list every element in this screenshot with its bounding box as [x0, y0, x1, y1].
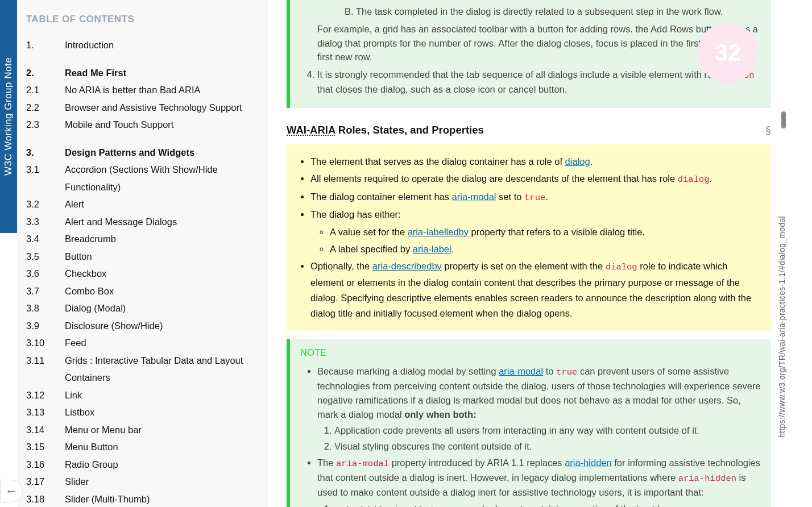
- code-true: true: [524, 193, 545, 203]
- link-aria-labelledby[interactable]: aria-labelledby: [408, 227, 469, 237]
- toc-label: Slider: [65, 473, 258, 491]
- note-label: NOTE: [300, 346, 761, 360]
- annotation-badge: 32: [698, 23, 758, 83]
- toc-label: No ARIA is better than Bad ARIA: [65, 81, 258, 99]
- toc-item[interactable]: 1.Introduction: [26, 36, 258, 54]
- toc-num: 3.11: [26, 352, 65, 369]
- toc-label: Slider (Multi-Thumb): [65, 491, 258, 507]
- toc-item[interactable]: 3.7Combo Box: [26, 282, 258, 300]
- toc-item[interactable]: 3.16Radio Group: [26, 456, 258, 473]
- toc-num: 3.: [26, 144, 65, 161]
- toc-item[interactable]: 2.1No ARIA is better than Bad ARIA: [26, 81, 258, 99]
- toc-num: 3.2: [26, 196, 65, 213]
- toc-label: Link: [65, 387, 258, 404]
- toc-title: TABLE OF CONTENTS: [26, 14, 258, 25]
- note1-b: B. The task completed in the dialog is d…: [345, 6, 723, 16]
- heading-rest: Roles, States, and Properties: [335, 124, 484, 136]
- toc-item[interactable]: 3.15Menu Button: [26, 438, 258, 456]
- toc-item[interactable]: 3.11Grids : Interactive Tabular Data and…: [26, 352, 258, 387]
- toc-item[interactable]: 3.3Alert and Message Dialogs: [26, 213, 258, 231]
- toc-num: 3.9: [26, 317, 65, 335]
- toc-num: 2.2: [26, 99, 65, 117]
- toc-label: Browser and Assistive Technology Support: [65, 99, 258, 117]
- code-dialog2: dialog: [606, 262, 637, 272]
- note-box-bottom: NOTE Because marking a dialog modal by s…: [287, 339, 771, 507]
- link-aria-modal2[interactable]: aria-modal: [499, 366, 543, 376]
- toc-label: Accordion (Sections With Show/Hide Funct…: [65, 161, 258, 196]
- permalink-icon[interactable]: §: [765, 124, 771, 136]
- toc-item[interactable]: 3.14Menu or Menu bar: [26, 421, 258, 439]
- toc-label: Mobile and Touch Support: [65, 116, 258, 134]
- link-aria-describedby[interactable]: aria-describedby: [372, 261, 442, 271]
- toc-item[interactable]: 3.9Disclosure (Show/Hide): [26, 317, 258, 335]
- t: is set to: [392, 504, 430, 507]
- toc-item[interactable]: 2.2Browser and Assistive Technology Supp…: [26, 99, 258, 117]
- note1-item3-post: that closes the dialog, such as a close …: [317, 84, 567, 94]
- link-aria-hidden[interactable]: aria-hidden: [565, 458, 612, 468]
- note1-example: For example, a grid has an associated to…: [317, 22, 761, 64]
- toc-item[interactable]: 3.1Accordion (Sections With Show/Hide Fu…: [26, 161, 258, 196]
- t: set to: [496, 192, 525, 202]
- roles-states-box: The element that serves as the dialog co…: [287, 144, 771, 331]
- toc-item[interactable]: 3.18Slider (Multi-Thumb): [26, 491, 258, 507]
- code-dialog: dialog: [678, 174, 710, 185]
- toc-item[interactable]: 2.3Mobile and Touch Support: [26, 116, 258, 134]
- toc-label: Menu or Menu bar: [65, 421, 258, 439]
- table-of-contents: TABLE OF CONTENTS 1.Introduction2.Read M…: [17, 0, 267, 507]
- t: The element that serves as the dialog co…: [310, 156, 565, 167]
- scrollbar-thumb[interactable]: [781, 111, 786, 128]
- collapse-toc-button[interactable]: ←: [0, 480, 23, 502]
- toc-num: 3.14: [26, 421, 65, 439]
- toc-label: Breadcrumb: [65, 230, 258, 248]
- note2-sub1: Application code prevents all users from…: [334, 423, 761, 438]
- toc-label: Introduction: [65, 36, 258, 54]
- t: property introduced by ARIA 1.1 replaces: [389, 458, 565, 468]
- t: on each element containing a portion of …: [451, 504, 680, 507]
- toc-item[interactable]: 3.12Link: [26, 387, 258, 404]
- toc-label: Menu Button: [65, 438, 258, 456]
- t: Because marking a dialog modal by settin…: [317, 366, 499, 376]
- toc-item[interactable]: 3.8Dialog (Modal): [26, 300, 258, 317]
- toc-item[interactable]: 3.Design Patterns and Widgets: [26, 144, 258, 161]
- toc-item[interactable]: 3.4Breadcrumb: [26, 230, 258, 248]
- toc-label: Disclosure (Show/Hide): [65, 317, 258, 335]
- toc-label: Listbox: [65, 404, 258, 421]
- toc-num: 2.1: [26, 81, 65, 99]
- url-sidebar: https://www.w3.org/TR/wai-aria-practices…: [777, 216, 786, 438]
- toc-num: 3.12: [26, 387, 65, 404]
- t: to: [543, 366, 556, 376]
- t: Optionally, the: [310, 261, 372, 271]
- toc-item[interactable]: 2.Read Me First: [26, 64, 258, 82]
- code-aria-modal: aria-modal: [336, 459, 389, 469]
- toc-label: Radio Group: [65, 456, 258, 473]
- toc-num: 1.: [26, 36, 65, 54]
- code-true2: true: [556, 367, 577, 377]
- toc-num: 3.8: [26, 300, 65, 317]
- toc-item[interactable]: 3.2Alert: [26, 196, 258, 213]
- toc-label: Checkbox: [65, 265, 258, 282]
- link-dialog[interactable]: dialog: [565, 156, 590, 167]
- toc-label: Grids : Interactive Tabular Data and Lay…: [65, 352, 258, 387]
- toc-num: 3.16: [26, 456, 65, 473]
- code-true3: true: [430, 505, 451, 507]
- link-aria-label[interactable]: aria-label: [413, 244, 451, 254]
- toc-label: Design Patterns and Widgets: [65, 144, 258, 161]
- toc-num: 3.10: [26, 334, 65, 352]
- toc-num: 3.4: [26, 230, 65, 248]
- t: All elements required to operate the dia…: [310, 173, 678, 184]
- toc-item[interactable]: 3.6Checkbox: [26, 265, 258, 282]
- t: A label specified by: [330, 244, 413, 254]
- code-aria-hidden2: aria-hidden: [334, 505, 392, 507]
- link-aria-modal[interactable]: aria-modal: [452, 192, 496, 202]
- code-aria-hidden: aria-hidden: [678, 473, 736, 484]
- toc-label: Feed: [65, 334, 258, 352]
- side-tab: W3C Working Group Note: [0, 0, 17, 233]
- toc-item[interactable]: 3.17Slider: [26, 473, 258, 491]
- toc-item[interactable]: 3.10Feed: [26, 334, 258, 352]
- note1-item3-pre: It is strongly recommended that the tab …: [317, 69, 723, 80]
- t: property is set on the element with the: [442, 261, 606, 271]
- toc-item[interactable]: 3.5Button: [26, 248, 258, 265]
- toc-item[interactable]: 3.13Listbox: [26, 404, 258, 421]
- note2-sub2: Visual styling obscures the content outs…: [334, 439, 761, 454]
- toc-num: 3.15: [26, 438, 65, 456]
